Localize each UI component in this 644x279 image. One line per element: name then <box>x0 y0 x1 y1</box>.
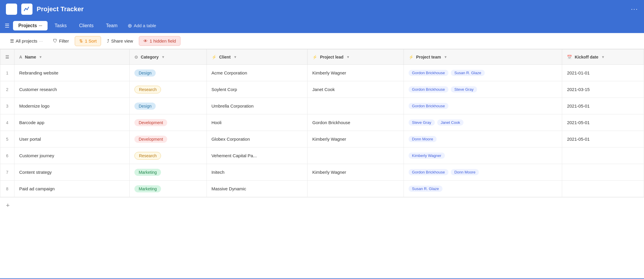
row-name[interactable]: Customer research <box>14 81 130 98</box>
row-name[interactable]: Content strategy <box>14 164 130 181</box>
hamburger-icon[interactable]: ☰ <box>5 22 9 29</box>
row-project-team[interactable]: Gordon BrickhouseSusan R. Glaze <box>404 65 562 81</box>
row-kickoff-date[interactable]: 2021-01-01 <box>562 65 644 81</box>
row-client[interactable]: Soylent Corp <box>206 81 308 98</box>
row-project-team[interactable]: Susan R. Glaze <box>404 181 562 197</box>
table-row[interactable]: 4 Barcode app Development Hooli Gordon B… <box>0 114 644 131</box>
share-view-button[interactable]: ⤴ Share view <box>103 36 137 46</box>
table-row[interactable]: 6 Customer journey Research Vehement Cap… <box>0 147 644 164</box>
row-number: 7 <box>0 164 14 181</box>
category-badge: Research <box>134 152 161 160</box>
tab-projects[interactable]: Projects ··· <box>13 21 48 30</box>
table-tabs: ☰ Projects ··· Tasks Clients Team ⊕ Add … <box>0 18 644 33</box>
row-client[interactable]: Massive Dynamic <box>206 181 308 197</box>
col-header-rownum: ☰ <box>0 49 14 65</box>
view-selector[interactable]: ☰ All projects ··· <box>6 36 47 46</box>
col-header-client[interactable]: ⚡ Client ▾ <box>206 49 308 65</box>
tab-clients[interactable]: Clients <box>74 21 99 30</box>
app-title: Project Tracker <box>37 5 627 13</box>
row-project-lead[interactable] <box>308 181 404 197</box>
app-logo-icon <box>21 4 32 15</box>
grid-icon <box>6 4 17 15</box>
tab-team[interactable]: Team <box>101 21 123 30</box>
tab-tasks[interactable]: Tasks <box>49 21 72 30</box>
row-kickoff-date[interactable] <box>562 181 644 197</box>
row-client[interactable]: Umbrella Corporation <box>206 98 308 114</box>
row-project-lead[interactable]: Janet Cook <box>308 81 404 98</box>
app-more-button[interactable]: ··· <box>631 5 638 13</box>
category-badge: Development <box>134 119 167 126</box>
row-number: 4 <box>0 114 14 131</box>
filter-button[interactable]: ⛉ Filter <box>49 36 73 46</box>
table-row[interactable]: 3 Modernize logo Design Umbrella Corpora… <box>0 98 644 114</box>
row-project-lead[interactable]: Gordon Brickhouse <box>308 114 404 131</box>
team-pill: Janet Cook <box>437 119 464 126</box>
row-category[interactable]: Design <box>130 98 206 114</box>
client-icon: ⚡ <box>212 55 217 59</box>
row-category[interactable]: Marketing <box>130 181 206 197</box>
row-category[interactable]: Development <box>130 114 206 131</box>
row-category[interactable]: Marketing <box>130 164 206 181</box>
row-name[interactable]: Modernize logo <box>14 98 130 114</box>
row-project-lead[interactable] <box>308 98 404 114</box>
sort-button[interactable]: ⇅ 1 Sort <box>75 36 101 46</box>
row-kickoff-date[interactable]: 2021-05-01 <box>562 131 644 147</box>
col-header-category[interactable]: ⊙ Category ▾ <box>130 49 206 65</box>
row-category[interactable]: Development <box>130 131 206 147</box>
row-kickoff-date[interactable] <box>562 147 644 164</box>
row-client[interactable]: Acme Corporation <box>206 65 308 81</box>
row-project-team[interactable]: Donn Moore <box>404 131 562 147</box>
col-header-name[interactable]: A Name ▾ <box>14 49 130 65</box>
tab-projects-dots[interactable]: ··· <box>39 23 42 28</box>
row-name[interactable]: Customer journey <box>14 147 130 164</box>
row-name[interactable]: Paid ad campaign <box>14 181 130 197</box>
table-row[interactable]: 7 Content strategy Marketing Initech Kim… <box>0 164 644 181</box>
team-pill: Steve Gray <box>409 119 435 126</box>
category-icon: ⊙ <box>134 55 138 59</box>
sort-icon: ⇅ <box>79 38 83 44</box>
row-category[interactable]: Design <box>130 65 206 81</box>
col-sort-icon: ▾ <box>347 55 349 59</box>
row-project-team[interactable]: Kimberly Wagner <box>404 147 562 164</box>
row-name[interactable]: Rebranding website <box>14 65 130 81</box>
add-table-button[interactable]: ⊕ Add a table <box>128 22 156 29</box>
col-header-kickoff-date[interactable]: 📅 Kickoff date ▾ <box>562 49 644 65</box>
row-project-lead[interactable] <box>308 147 404 164</box>
table-row[interactable]: 1 Rebranding website Design Acme Corpora… <box>0 65 644 81</box>
row-client[interactable]: Vehement Capital Pa... <box>206 147 308 164</box>
calendar-icon: 📅 <box>567 55 572 59</box>
table-row[interactable]: 8 Paid ad campaign Marketing Massive Dyn… <box>0 181 644 197</box>
row-client[interactable]: Initech <box>206 164 308 181</box>
row-project-team[interactable]: Steve GrayJanet Cook <box>404 114 562 131</box>
col-header-project-lead[interactable]: ⚡ Project lead ▾ <box>308 49 404 65</box>
row-name[interactable]: User portal <box>14 131 130 147</box>
row-kickoff-date[interactable]: 2021-05-01 <box>562 98 644 114</box>
row-client[interactable]: Hooli <box>206 114 308 131</box>
table-row[interactable]: 2 Customer research Research Soylent Cor… <box>0 81 644 98</box>
row-kickoff-date[interactable]: 2021-03-15 <box>562 81 644 98</box>
row-kickoff-date[interactable]: 2021-05-01 <box>562 114 644 131</box>
team-pill: Steve Gray <box>451 86 477 93</box>
row-kickoff-date[interactable] <box>562 164 644 181</box>
row-project-lead[interactable]: Kimberly Wagner <box>308 164 404 181</box>
col-sort-icon: ▾ <box>162 55 164 59</box>
row-category[interactable]: Research <box>130 81 206 98</box>
hidden-icon: 👁 <box>143 38 148 43</box>
row-project-team[interactable]: Gordon BrickhouseDonn Moore <box>404 164 562 181</box>
col-sort-icon: ▾ <box>445 55 446 59</box>
col-sort-icon: ▾ <box>40 55 41 59</box>
table-row[interactable]: 5 User portal Development Globex Corpora… <box>0 131 644 147</box>
row-name[interactable]: Barcode app <box>14 114 130 131</box>
row-number: 5 <box>0 131 14 147</box>
team-pill: Gordon Brickhouse <box>409 169 448 175</box>
row-client[interactable]: Globex Corporation <box>206 131 308 147</box>
add-row-button[interactable]: + <box>0 197 644 213</box>
row-number: 6 <box>0 147 14 164</box>
row-project-team[interactable]: Gordon BrickhouseSteve Gray <box>404 81 562 98</box>
row-category[interactable]: Research <box>130 147 206 164</box>
col-header-project-team[interactable]: ⚡ Project team ▾ <box>404 49 562 65</box>
row-project-lead[interactable]: Kimberly Wagner <box>308 131 404 147</box>
row-project-lead[interactable]: Kimberly Wagner <box>308 65 404 81</box>
row-project-team[interactable]: Gordon Brickhouse <box>404 98 562 114</box>
hidden-fields-button[interactable]: 👁 1 hidden field <box>139 36 180 46</box>
